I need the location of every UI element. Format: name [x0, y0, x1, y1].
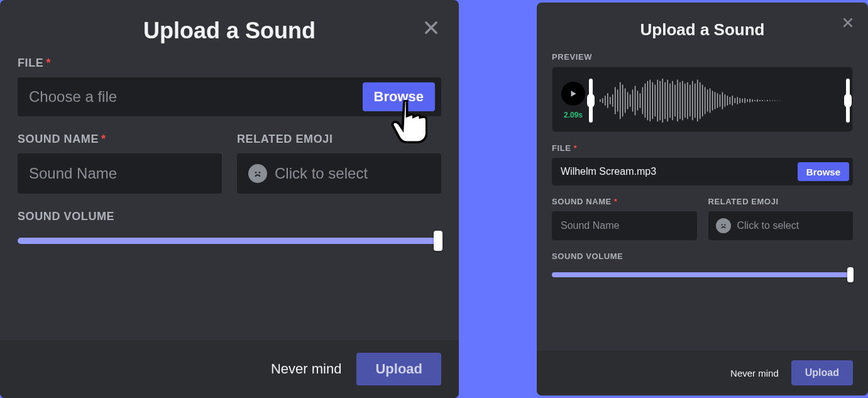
file-label: FILE*: [552, 143, 853, 153]
close-icon[interactable]: [422, 19, 440, 36]
sound-name-input[interactable]: Sound Name: [552, 211, 697, 240]
emoji-placeholder-icon: [248, 164, 267, 183]
sound-name-label: SOUND NAME*: [18, 133, 222, 146]
play-button[interactable]: [561, 82, 585, 106]
sound-volume-label: SOUND VOLUME: [552, 252, 853, 261]
trim-handle-right[interactable]: [846, 79, 850, 123]
emoji-picker[interactable]: Click to select: [708, 211, 854, 240]
svg-point-1: [259, 172, 261, 174]
audio-duration: 2.09s: [564, 111, 583, 119]
dialog-title: Upload a Sound: [15, 18, 444, 44]
volume-slider[interactable]: [552, 268, 853, 281]
file-label: FILE*: [18, 57, 441, 70]
audio-preview: 2.09s: [552, 67, 853, 132]
slider-thumb[interactable]: [847, 267, 854, 282]
upload-button[interactable]: Upload: [791, 360, 853, 385]
file-field[interactable]: Wilhelm Scream.mp3 Browse: [552, 158, 853, 185]
close-icon[interactable]: [842, 16, 854, 29]
upload-sound-dialog-filled: Upload a Sound PREVIEW 2.09s: [537, 3, 868, 395]
browse-button[interactable]: Browse: [363, 82, 435, 111]
sound-name-input[interactable]: Sound Name: [18, 153, 222, 194]
svg-point-77: [724, 224, 725, 226]
related-emoji-label: RELATED EMOJI: [237, 133, 441, 146]
preview-label: PREVIEW: [552, 52, 853, 62]
svg-point-76: [721, 224, 722, 226]
emoji-placeholder-icon: [716, 218, 731, 233]
upload-sound-dialog-empty: Upload a Sound FILE* Choose a file Brows…: [0, 0, 459, 398]
browse-button[interactable]: Browse: [798, 162, 849, 181]
related-emoji-label: RELATED EMOJI: [708, 197, 854, 206]
cancel-button[interactable]: Never mind: [271, 361, 341, 377]
volume-slider[interactable]: [18, 235, 441, 247]
slider-thumb[interactable]: [434, 231, 442, 251]
upload-button[interactable]: Upload: [356, 353, 441, 385]
trim-handle-left[interactable]: [589, 79, 593, 123]
emoji-picker[interactable]: Click to select: [237, 153, 441, 194]
file-value: Wilhelm Scream.mp3: [561, 166, 798, 177]
svg-point-0: [255, 172, 257, 174]
waveform[interactable]: [594, 76, 843, 125]
sound-name-label: SOUND NAME*: [552, 197, 697, 206]
cancel-button[interactable]: Never mind: [730, 368, 779, 379]
file-placeholder: Choose a file: [29, 88, 363, 106]
dialog-title: Upload a Sound: [552, 20, 853, 40]
sound-volume-label: SOUND VOLUME: [18, 210, 441, 223]
file-field[interactable]: Choose a file Browse: [18, 77, 441, 116]
